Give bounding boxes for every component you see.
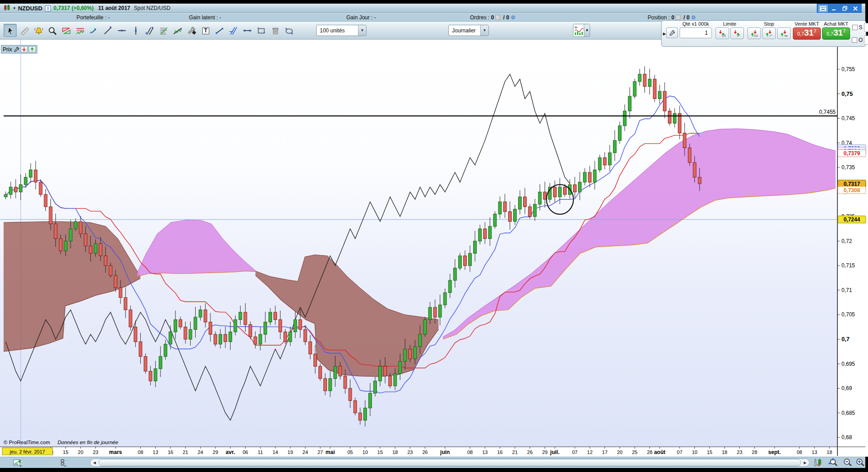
units-dropdown[interactable]: 100 unités ▼ (316, 25, 367, 36)
svg-text:juin: juin (440, 449, 450, 455)
svg-text:Données en fin de journée: Données en fin de journée (58, 440, 118, 445)
buy-shortcut-icon[interactable] (29, 46, 36, 53)
chart-style-button[interactable]: ▼ (573, 24, 590, 37)
tool-vertical-line-icon[interactable] (129, 24, 142, 37)
tool-channel-icon[interactable] (73, 24, 86, 37)
horizontal-scrollbar[interactable]: ◀ ▶ (90, 459, 810, 467)
tool-cursor-icon[interactable] (4, 24, 17, 37)
info-icon[interactable]: i (45, 5, 51, 11)
svg-text:08: 08 (467, 450, 473, 455)
tool-drawing-tools-icon[interactable] (185, 24, 198, 37)
svg-text:jeu. 2 févr. 2017: jeu. 2 févr. 2017 (9, 449, 45, 454)
tool-extended-line-icon[interactable] (241, 24, 254, 37)
svg-text:T: T (204, 27, 207, 34)
portfolio-value: Portefeuille : - (76, 14, 110, 21)
chevron-down-icon[interactable]: ▼ (358, 25, 366, 36)
svg-text:28: 28 (752, 450, 757, 455)
svg-text:08: 08 (138, 450, 143, 455)
candle-settings-icon[interactable] (813, 458, 823, 467)
sell-market-button[interactable]: 0,7317 (793, 27, 821, 40)
svg-text:19: 19 (287, 450, 293, 455)
tool-text-icon[interactable]: T (199, 24, 212, 37)
zoom-in-icon[interactable] (855, 458, 865, 467)
buy-market-label: Achat MKT (824, 21, 848, 27)
svg-text:0,7455: 0,7455 (819, 109, 836, 115)
tool-horizontal-line-icon[interactable] (115, 24, 128, 37)
stop-trailing-button[interactable] (777, 27, 791, 39)
svg-text:07: 07 (677, 450, 682, 455)
svg-text:août: août (654, 449, 665, 455)
scroll-right-icon[interactable]: ▶ (801, 459, 809, 466)
objective-checkbox[interactable] (852, 37, 857, 43)
scroll-left-icon[interactable]: ◀ (90, 459, 98, 466)
tool-parallel-lines-icon[interactable] (227, 24, 240, 37)
quantity-input[interactable] (680, 27, 712, 38)
keyboard-icon[interactable] (819, 5, 828, 12)
svg-text:0,7379: 0,7379 (844, 150, 860, 157)
tool-pattern-triangles-icon[interactable] (59, 24, 72, 37)
stop-order-buy-button[interactable] (762, 27, 776, 39)
limit-order-buy-button[interactable] (730, 27, 744, 39)
svg-text:29: 29 (542, 450, 547, 455)
tool-alert-bell-icon[interactable] (31, 24, 45, 37)
tool-ruler-icon[interactable] (18, 24, 31, 37)
sell-market-label: Vente MKT (795, 21, 819, 27)
chevron-down-icon[interactable]: ▼ (480, 25, 488, 36)
svg-text:0,68: 0,68 (841, 434, 852, 441)
candlestick-icon (4, 4, 11, 12)
tool-ellipse-icon[interactable] (282, 24, 295, 37)
close-button[interactable] (851, 5, 860, 12)
chart-canvas[interactable]: 0,74550,680,6850,690,6950,70,7050,710,71… (0, 40, 868, 457)
limit-order-sell-button[interactable] (716, 27, 729, 39)
tool-zoom-icon[interactable] (45, 24, 58, 37)
tool-segment-icon[interactable] (213, 24, 226, 37)
stop-distance-input[interactable] (864, 23, 868, 32)
panel-collapse-arrow-icon[interactable]: ▶ (663, 21, 666, 46)
stop-checkbox[interactable] (852, 25, 858, 30)
scrollbar-thumb[interactable] (98, 459, 801, 466)
orders-list-icon[interactable] (495, 15, 500, 20)
svg-text:0,75: 0,75 (841, 90, 853, 97)
timeframe-dropdown[interactable]: Journalier ▼ (448, 25, 489, 36)
svg-text:06: 06 (242, 450, 248, 455)
sell-shortcut-icon[interactable] (21, 46, 27, 53)
quote-date: 11 août 2017 (98, 5, 130, 11)
svg-text:0,755: 0,755 (841, 66, 855, 72)
svg-text:23: 23 (93, 450, 98, 455)
objective-distance-input[interactable] (864, 36, 868, 45)
svg-text:mars: mars (109, 449, 122, 455)
position-settings-icon[interactable]: ⚙ (691, 14, 696, 21)
svg-text:21: 21 (183, 450, 188, 455)
tool-pitchfork-icon[interactable] (143, 24, 156, 37)
day-gain: Gain Jour : - (346, 14, 376, 21)
tool-delete-icon[interactable] (268, 24, 282, 37)
svg-text:26: 26 (527, 450, 532, 455)
share-chart-icon[interactable] (13, 458, 22, 467)
chevron-down-icon[interactable]: ▼ (584, 24, 590, 36)
zoom-out-icon[interactable] (843, 458, 853, 467)
symbol-dropdown-arrow-icon[interactable]: ▼ (13, 6, 16, 10)
tool-buttons: T (4, 24, 295, 37)
buy-market-button[interactable]: 0,7317 (822, 27, 850, 40)
tool-trend-line-icon[interactable] (101, 24, 114, 37)
zoom-fit-icon[interactable] (828, 458, 838, 467)
wrench-icon[interactable] (13, 46, 19, 52)
svg-text:28: 28 (647, 450, 652, 455)
svg-text:29: 29 (213, 450, 218, 455)
tool-small-segment-icon[interactable] (87, 24, 100, 37)
price-chart[interactable]: 0,74550,680,6850,690,6950,70,7050,710,71… (0, 40, 868, 457)
application-window: ▼ NZDUSD i 0,7317 (+0,60%) 11 août 2017 … (0, 0, 868, 472)
link-windows-icon[interactable] (58, 458, 67, 467)
order-settings-button[interactable] (666, 27, 678, 38)
chart-style-icon (573, 26, 584, 36)
svg-text:0,72: 0,72 (841, 238, 852, 244)
tool-linear-regression-icon[interactable] (171, 24, 184, 37)
stop-order-sell-button[interactable] (747, 27, 761, 39)
price-panel-header: Prix (1, 45, 37, 54)
position-list-icon[interactable] (676, 15, 680, 20)
minimize-button[interactable] (829, 5, 838, 12)
tool-rectangle-icon[interactable] (255, 24, 268, 37)
orders-settings-icon[interactable]: ⚙ (510, 14, 515, 21)
restore-button[interactable] (840, 5, 849, 12)
tool-fibonacci-retracement-icon[interactable] (157, 24, 170, 37)
